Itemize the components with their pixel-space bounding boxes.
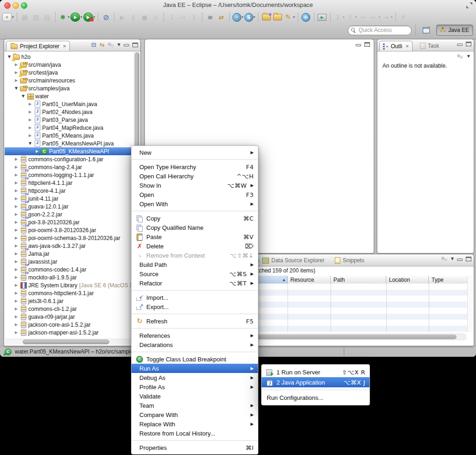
print-button[interactable]: ▤ <box>42 12 52 23</box>
expander-icon[interactable]: ▶ <box>13 267 19 272</box>
open-resource-button[interactable] <box>261 12 271 23</box>
drag-handle[interactable] <box>344 348 344 355</box>
perspective-java-ee-button[interactable]: Java EE <box>436 25 473 36</box>
column-header-resource[interactable]: Resource <box>288 276 331 284</box>
menu-item-copy-qualified-name[interactable]: Copy Qualified Name <box>132 223 258 232</box>
tab-snippets[interactable]: Snippets <box>332 256 367 265</box>
external-tools-button[interactable]: ✎▾ <box>283 12 295 23</box>
tree-item-javassist-jar[interactable]: ▶10javassist.jar <box>5 258 134 265</box>
dropdown-arrow-icon[interactable]: ▾ <box>81 15 82 19</box>
run-external-button[interactable]: ▶▾ <box>83 12 95 23</box>
tree-item-jackson-mapper-asl-1-5-2-jar[interactable]: ▶jackson-mapper-asl-1.5.2.jar <box>5 329 134 336</box>
collapse-all-icon[interactable]: ⊟ <box>91 42 96 48</box>
dropdown-arrow-icon[interactable]: ▾ <box>242 15 244 19</box>
menu-item-compare-with[interactable]: Compare With▶ <box>132 410 258 419</box>
expander-icon[interactable]: ▼ <box>27 141 33 145</box>
tree-item-water[interactable]: ▼water <box>5 92 134 100</box>
menu-item-open-with[interactable]: Open With▶ <box>132 199 258 209</box>
run-button[interactable]: ▶▾ <box>70 12 82 23</box>
menu-item-restore-from-local-history[interactable]: Restore from Local History... <box>132 429 258 438</box>
dropdown-arrow-icon[interactable]: ▾ <box>293 15 295 19</box>
previous-annotation-button[interactable]: ↥▾ <box>345 12 357 23</box>
tree-item-part04-mapreduce-java[interactable]: ▶Part04_MapReduce.java <box>5 124 134 132</box>
maximize-icon[interactable] <box>132 43 138 47</box>
view-menu-icon[interactable]: ▼ <box>451 257 454 261</box>
expander-icon[interactable]: ▶ <box>13 259 19 264</box>
expander-icon[interactable]: ▶ <box>13 220 19 224</box>
new-wizard-button[interactable]: ✦▾ <box>2 12 14 23</box>
expander-icon[interactable]: ▶ <box>13 330 19 335</box>
tab-outline[interactable]: Outli ✕ <box>379 41 413 51</box>
expander-icon[interactable]: ▶ <box>27 102 33 106</box>
maximize-icon[interactable] <box>466 42 471 46</box>
dropdown-arrow-icon[interactable]: ▾ <box>12 15 14 19</box>
expander-icon[interactable]: ▶ <box>13 275 19 279</box>
tree-item-jackson-core-asl-1-5-2-jar[interactable]: ▶jackson-core-asl-1.5.2.jar <box>5 321 134 329</box>
dropdown-arrow-icon[interactable]: ▾ <box>355 15 357 19</box>
expander-icon[interactable]: ▶ <box>13 78 19 82</box>
dropdown-arrow-icon[interactable]: ▾ <box>343 15 345 19</box>
menu-item-build-path[interactable]: Build Path▶ <box>132 260 258 269</box>
expander-icon[interactable]: ▶ <box>27 133 33 138</box>
tree-item-mockito-all-1-9-5-jar[interactable]: ▶mockito-all-1.9.5.jar <box>5 273 134 281</box>
expander-icon[interactable]: ▶ <box>13 157 19 161</box>
tab-data-source-explorer[interactable]: Data Source Explorer <box>259 256 327 265</box>
expander-icon[interactable]: ▼ <box>20 94 26 98</box>
pin-editor-button[interactable]: ✐ <box>399 12 409 23</box>
save-button[interactable]: ▦ <box>20 12 30 23</box>
submenu-item-2-java-application[interactable]: 2 Java Application⌥⌘X J <box>262 377 370 387</box>
disconnect-button[interactable]: ⊝ <box>150 12 161 23</box>
resume-button[interactable]: ▶ <box>117 12 127 23</box>
expander-icon[interactable]: ▶ <box>13 283 19 287</box>
expander-icon[interactable]: ▶ <box>13 299 19 303</box>
view-menu-icon[interactable]: ▼ <box>118 43 120 47</box>
menu-item-validate[interactable]: Validate <box>132 392 258 401</box>
menu-item-profile-as[interactable]: Profile As▶ <box>132 382 258 392</box>
minimize-icon[interactable] <box>124 44 129 46</box>
tree-item-commons-codec-1-4-jar[interactable]: ▶10commons-codec-1.4.jar <box>5 265 134 273</box>
menu-item-show-in[interactable]: Show In⌥⌘W▶ <box>132 181 258 190</box>
tree-item-commons-configuration-1-6-jar[interactable]: ▶commons-configuration-1.6.jar <box>5 155 134 163</box>
expander-icon[interactable]: ▶ <box>13 196 19 201</box>
tree-item-poi-3-8-20120326-jar[interactable]: ▶10poi-3.8-20120326.jar <box>5 218 134 226</box>
menu-item-open-call-hierarchy[interactable]: Open Call Hierarchy^⌥H <box>132 171 258 181</box>
vertical-scrollbar[interactable] <box>467 276 473 332</box>
tree-item-httpcore-4-1-jar[interactable]: ▶10httpcore-4.1.jar <box>5 187 134 195</box>
expander-icon[interactable]: ▼ <box>6 55 12 59</box>
tree-item-commons-lang-2-4-jar[interactable]: ▶10commons-lang-2.4.jar <box>5 163 134 171</box>
tree-item-httpclient-4-1-1-jar[interactable]: ▶httpclient-4.1.1.jar <box>5 179 134 187</box>
menu-item-open[interactable]: OpenF3 <box>132 190 258 199</box>
view-menu-icon[interactable]: ▼ <box>467 55 470 58</box>
tree-item-poi-ooxml-schemas-3-8-20120326-jar[interactable]: ▶poi-ooxml-schemas-3.8-20120326.jar <box>5 234 134 242</box>
tree-item-part01-usermain-java[interactable]: ▶Part01_UserMain.java <box>5 100 134 108</box>
expander-icon[interactable]: ▶ <box>13 181 19 185</box>
expander-icon[interactable]: ▶ <box>13 70 19 75</box>
expander-icon[interactable]: ▶ <box>13 307 19 311</box>
column-header-location[interactable]: Location <box>386 276 429 284</box>
tree-item-jama-jar[interactable]: ▶Jama.jar <box>5 250 134 258</box>
expander-icon[interactable]: ▶ <box>13 228 19 232</box>
web-browser-button[interactable]: ⊕ <box>301 12 311 23</box>
expander-icon[interactable]: ▶ <box>13 173 19 177</box>
run-on-server-button[interactable]: ▶ <box>317 12 327 23</box>
tree-item-part02-4nodes-java[interactable]: ▶Part02_4Nodes.java <box>5 108 134 116</box>
open-perspective-button[interactable] <box>420 25 432 36</box>
mark-occurrences-button[interactable]: ≡ <box>205 12 215 23</box>
new-soap-service-button[interactable]: S▾ <box>244 12 256 23</box>
tree-item-junit-4-11-jar[interactable]: ▶10junit-4.11.jar <box>5 195 134 202</box>
menu-item-debug-as[interactable]: Debug As▶ <box>132 373 258 382</box>
menu-item-new[interactable]: New▶ <box>132 148 258 157</box>
menu-item-run-as[interactable]: Run As▶ <box>132 364 258 373</box>
dropdown-arrow-icon[interactable]: ▾ <box>68 15 70 19</box>
next-annotation-button[interactable]: ↧▾ <box>333 12 345 23</box>
expander-icon[interactable]: ▶ <box>13 212 19 216</box>
tree-item-h2o[interactable]: ▼h2o <box>5 53 134 61</box>
forward-button[interactable]: →▾ <box>381 12 393 23</box>
menu-item-import[interactable]: Import... <box>132 293 258 302</box>
tree-item-commons-httpclient-3-1-jar[interactable]: ▶commons-httpclient-3.1.jar <box>5 289 134 297</box>
expander-icon[interactable]: ▶ <box>13 252 19 256</box>
tree-item-part03-parse-java[interactable]: ▶Part03_Parse.java <box>5 116 134 124</box>
minimize-icon[interactable] <box>457 44 463 46</box>
menu-item-refactor[interactable]: Refactor⌥⌘T▶ <box>132 278 258 288</box>
maximize-icon[interactable] <box>466 257 471 261</box>
